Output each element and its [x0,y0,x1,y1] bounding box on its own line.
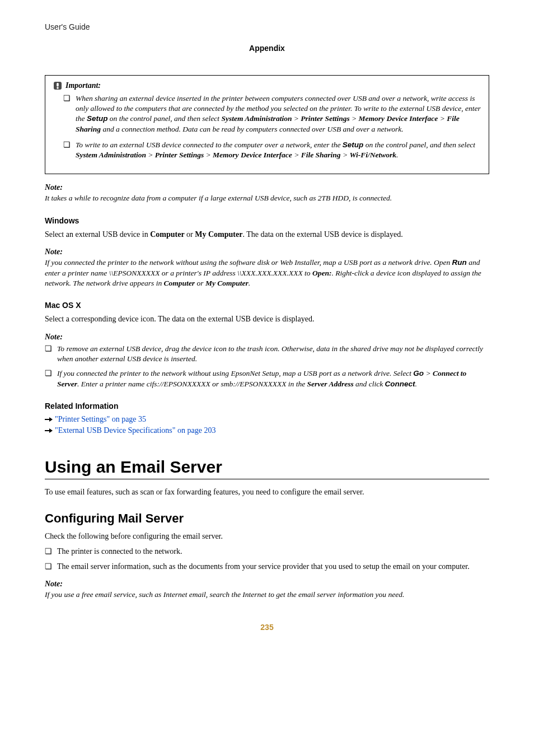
arrow-right-icon [45,427,53,434]
important-item-1: When sharing an external device inserted… [76,94,481,134]
svg-rect-1 [57,83,59,87]
related-heading: Related Information [45,402,489,410]
email-intro: To use email features, such as scan or f… [45,487,489,498]
note-label: Note: [45,248,489,256]
related-link-text[interactable]: "Printer Settings" on page 35 [55,415,146,424]
mac-note-item-2: If you connected the printer to the netw… [57,368,489,389]
section-header: Appendix [45,44,489,53]
important-label: Important: [65,81,101,90]
mac-note-item-1: To remove an external USB device, drag t… [57,344,489,364]
related-link-1[interactable]: "Printer Settings" on page 35 [45,415,489,424]
windows-note-body: If you connected the printer to the netw… [45,258,489,288]
email-h2: Configuring Mail Server [45,511,489,526]
windows-heading: Windows [45,216,489,225]
note-label: Note: [45,580,489,589]
email-check: Check the following before configuring t… [45,531,489,542]
email-bullet-1: The printer is connected to the network. [57,547,489,557]
mac-heading: Mac OS X [45,301,489,310]
arrow-right-icon [45,416,53,423]
breadcrumb: User's Guide [45,22,489,31]
email-h1: Using an Email Server [45,458,489,479]
mac-body: Select a corresponding device icon. The … [45,314,489,325]
related-link-text[interactable]: "External USB Device Specifications" on … [55,426,216,435]
page-number: 235 [45,623,489,632]
windows-body: Select an external USB device in Compute… [45,230,489,240]
note-label: Note: [45,183,489,192]
important-icon [53,81,62,90]
important-item-2: To write to an external USB device conne… [76,140,481,160]
email-note-body: If you use a free email service, such as… [45,590,489,600]
note-label: Note: [45,333,489,342]
svg-point-2 [57,87,59,89]
important-callout: Important: When sharing an external devi… [45,75,489,174]
related-link-2[interactable]: "External USB Device Specifications" on … [45,426,489,435]
note-body: It takes a while to recognize data from … [45,193,489,203]
email-bullet-2: The email server information, such as th… [57,562,489,572]
